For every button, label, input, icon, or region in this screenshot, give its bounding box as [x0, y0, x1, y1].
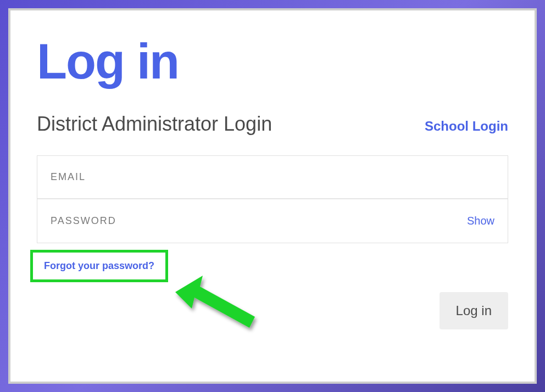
- email-label: EMAIL: [51, 171, 86, 183]
- login-subtitle: District Administrator Login: [37, 113, 272, 136]
- subheader-row: District Administrator Login School Logi…: [37, 113, 508, 136]
- show-password-toggle[interactable]: Show: [467, 215, 494, 227]
- forgot-password-link[interactable]: Forgot your password?: [44, 260, 154, 271]
- email-field[interactable]: EMAIL: [37, 156, 508, 199]
- login-card: Log in District Administrator Login Scho…: [8, 8, 537, 384]
- submit-row: Log in: [37, 292, 508, 329]
- password-field[interactable]: PASSWORD Show: [37, 199, 508, 243]
- login-button[interactable]: Log in: [440, 292, 508, 329]
- login-form: EMAIL PASSWORD Show: [37, 155, 508, 243]
- password-label: PASSWORD: [51, 215, 116, 227]
- school-login-link[interactable]: School Login: [425, 119, 508, 134]
- page-title: Log in: [37, 37, 508, 86]
- forgot-highlight-box: Forgot your password?: [30, 250, 168, 282]
